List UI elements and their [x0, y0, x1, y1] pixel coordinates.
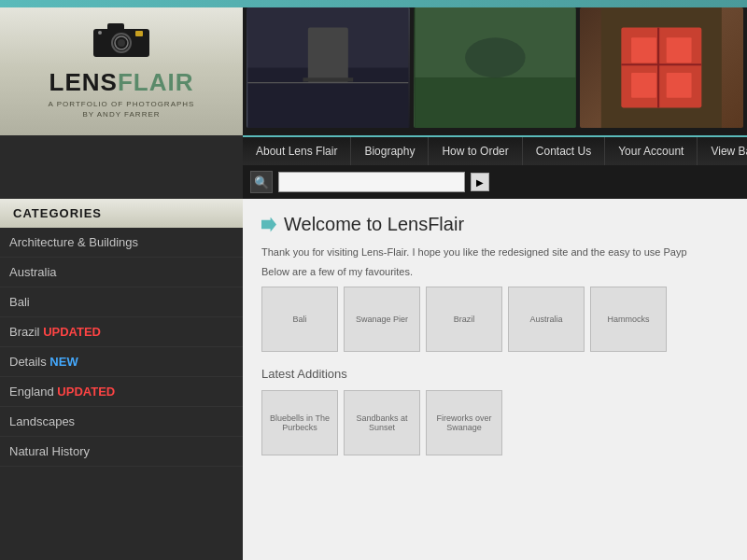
camera-icon — [89, 16, 154, 63]
svg-rect-9 — [308, 28, 348, 83]
nav-item-basket[interactable]: View Basket — [698, 137, 747, 165]
header-photo-1 — [247, 7, 410, 128]
welcome-arrow-icon — [261, 217, 276, 232]
favourite-thumb[interactable]: Bali — [261, 287, 338, 352]
svg-point-4 — [118, 39, 125, 47]
header-photos — [243, 0, 747, 135]
logo-flair: FLAIR — [118, 68, 194, 96]
svg-point-15 — [465, 37, 526, 77]
logo-lens: LENS — [49, 68, 118, 96]
nav-bar: About Lens FlairBiographyHow to OrderCon… — [243, 135, 747, 165]
content-area: Welcome to LensFlair Thank you for visit… — [243, 199, 747, 560]
svg-rect-13 — [415, 77, 575, 128]
main: CATEGORIES Architecture & BuildingsAustr… — [0, 199, 747, 560]
welcome-header: Welcome to LensFlair — [261, 214, 728, 235]
svg-rect-10 — [303, 77, 353, 81]
categories-header: CATEGORIES — [0, 199, 243, 228]
sidebar-item-landscapes[interactable]: Landscapes — [0, 407, 243, 437]
latest-thumb[interactable]: Sandbanks at Sunset — [344, 390, 420, 455]
welcome-title: Welcome to LensFlair — [284, 214, 464, 235]
sidebar-item-england[interactable]: England UPDATED — [0, 377, 243, 407]
welcome-text: Thank you for visiting Lens-Flair. I hop… — [261, 245, 728, 260]
search-input[interactable] — [278, 172, 465, 192]
latest-thumb[interactable]: Bluebells in The Purbecks — [261, 390, 338, 455]
svg-rect-21 — [667, 73, 692, 98]
badge-updated: UPDATED — [43, 325, 101, 339]
nav-item-contact[interactable]: Contact Us — [523, 137, 605, 165]
svg-rect-18 — [631, 37, 656, 63]
sidebar-item-naturalhistory[interactable]: Natural History — [0, 437, 243, 467]
sidebar-item-brazil[interactable]: Brazil UPDATED — [0, 317, 243, 347]
latest-thumb[interactable]: Fireworks over Swanage — [426, 390, 502, 455]
logo-subtitle: A PORTFOLIO OF PHOTOGRAPHS BY ANDY FARRE… — [49, 99, 195, 119]
latest-thumbnails: Bluebells in The PurbecksSandbanks at Su… — [261, 390, 728, 455]
favourite-thumb[interactable]: Brazil — [426, 287, 502, 352]
favourite-thumb[interactable]: Swanage Pier — [344, 287, 420, 352]
header-photo-3 — [580, 7, 743, 128]
nav-item-bio[interactable]: Biography — [351, 137, 429, 165]
favourite-thumb[interactable]: Hammocks — [590, 287, 667, 352]
sidebar-item-architecturebuildings[interactable]: Architecture & Buildings — [0, 228, 243, 258]
favourite-thumb[interactable]: Australia — [508, 287, 585, 352]
nav-item-order[interactable]: How to Order — [429, 137, 522, 165]
sidebar-item-australia[interactable]: Australia — [0, 258, 243, 287]
sidebar-item-details[interactable]: Details NEW — [0, 347, 243, 377]
go-icon: ▶ — [476, 177, 484, 188]
svg-rect-19 — [667, 37, 692, 63]
logo-text: LENSFLAIR A PORTFOLIO OF PHOTOGRAPHS BY … — [49, 68, 195, 119]
search-bar: 🔍 ▶ — [243, 165, 747, 199]
top-strip — [0, 0, 747, 7]
svg-rect-20 — [631, 73, 656, 98]
svg-rect-5 — [135, 31, 143, 36]
header-photo-2 — [414, 7, 577, 128]
badge-new: NEW — [49, 355, 78, 369]
search-button[interactable]: 🔍 — [250, 171, 273, 193]
sidebar-items: Architecture & BuildingsAustraliaBaliBra… — [0, 228, 243, 467]
favourites-thumbnails: BaliSwanage PierBrazilAustraliaHammocks — [261, 287, 728, 352]
svg-point-6 — [98, 31, 102, 35]
badge-updated: UPDATED — [57, 385, 115, 399]
logo-area: LENSFLAIR A PORTFOLIO OF PHOTOGRAPHS BY … — [0, 0, 243, 135]
latest-additions-header: Latest Additions — [261, 367, 728, 381]
sidebar: CATEGORIES Architecture & BuildingsAustr… — [0, 199, 243, 560]
search-go-button[interactable]: ▶ — [471, 173, 489, 191]
svg-rect-1 — [107, 23, 124, 31]
header: LENSFLAIR A PORTFOLIO OF PHOTOGRAPHS BY … — [0, 0, 747, 135]
nav-item-about[interactable]: About Lens Flair — [243, 137, 351, 165]
favourites-text: Below are a few of my favourites. — [261, 266, 728, 277]
sidebar-item-bali[interactable]: Bali — [0, 287, 243, 317]
nav-item-account[interactable]: Your Account — [605, 137, 698, 165]
search-icon: 🔍 — [254, 175, 269, 189]
